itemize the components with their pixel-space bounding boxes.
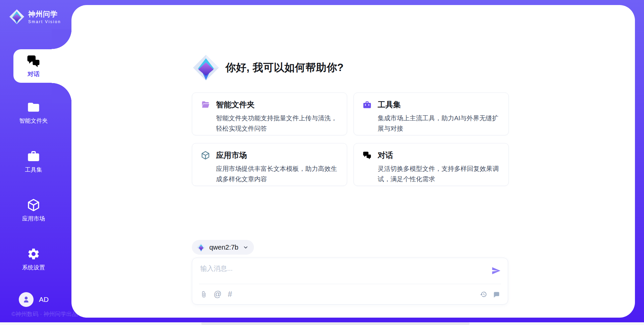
card-smart-folder[interactable]: 智能文件夹 智能文件夹功能支持批量文件上传与清洗，轻松实现文件问答 [192,92,347,135]
sidebar-item-label: 工具集 [25,166,42,174]
sidebar-item-smart-folder[interactable]: 智能文件夹 [0,101,67,125]
chevron-down-icon [243,245,249,250]
avatar [19,292,34,307]
model-name: qwen2:7b [209,244,238,251]
paperclip-icon [200,291,207,298]
hero-logo-icon [192,54,220,82]
toolbox-icon [27,149,40,163]
cube-icon [27,198,40,212]
user-icon [22,295,31,304]
app-title: 神州问学 [28,9,61,19]
mention-button[interactable]: @ [214,290,221,298]
main-panel: 你好, 我可以如何帮助你? 智能文件夹 智能文件夹功能支持批量文件上传与清洗，轻… [71,5,635,318]
message-input[interactable] [200,264,482,281]
card-app-market[interactable]: 应用市场 应用市场提供丰富长文本模板，助力高效生成多样化文章内容 [192,143,347,186]
chat-icon [363,151,372,160]
gear-icon [27,247,40,261]
card-description: 智能文件夹功能支持批量文件上传与清洗，轻松实现文件问答 [216,113,339,134]
user-profile[interactable]: AD [19,292,49,307]
send-button[interactable] [491,266,501,276]
folder-open-icon [201,100,210,109]
greeting-block: 你好, 我可以如何帮助你? [192,54,344,82]
sidebar-item-label: 对话 [28,70,40,78]
card-toolset[interactable]: 工具集 集成市场上主流工具，助力AI与外界无缝扩展与对接 [354,92,509,135]
model-logo-icon [197,243,206,252]
toolbox-icon [363,100,372,109]
card-title: 工具集 [378,100,401,110]
card-description: 灵活切换多模型文件，支持多样回复效果调试，满足个性化需求 [378,164,500,184]
greeting-text: 你好, 我可以如何帮助你? [225,61,344,75]
feature-cards: 智能文件夹 智能文件夹功能支持批量文件上传与清洗，轻松实现文件问答 工具集 集成… [192,92,509,186]
send-icon [491,266,501,275]
card-title: 应用市场 [216,150,247,160]
scrollbar-thumb[interactable] [201,322,470,325]
user-initials: AD [39,296,49,304]
sidebar-item-label: 智能文件夹 [19,117,48,125]
app-subtitle: Smart Vision [28,19,61,24]
sidebar: 神州问学 Smart Vision 对话 智能文件夹 工具集 应用市场 系统设置 [0,0,71,325]
sidebar-item-label: 系统设置 [22,264,45,271]
topic-button[interactable]: # [228,290,232,298]
new-chat-button[interactable] [493,291,500,298]
at-icon: @ [214,290,221,298]
history-button[interactable] [480,291,487,298]
folder-icon [27,101,40,114]
app-logo[interactable]: 神州问学 Smart Vision [9,9,61,25]
sidebar-item-settings[interactable]: 系统设置 [0,247,67,271]
message-composer: @ # [192,258,508,305]
card-title: 对话 [378,150,393,160]
sidebar-item-label: 应用市场 [22,215,45,222]
brand-diamond-icon [9,9,25,25]
sidebar-item-toolset[interactable]: 工具集 [0,149,67,174]
chat-bubble-icon [493,291,500,298]
sidebar-item-app-market[interactable]: 应用市场 [0,198,67,222]
cube-icon [201,151,210,160]
card-chat[interactable]: 对话 灵活切换多模型文件，支持多样回复效果调试，满足个性化需求 [354,143,509,186]
horizontal-scrollbar[interactable] [0,322,644,325]
copyright-text: ©神州数码 · 神州问学出品 [11,310,78,318]
history-icon [480,291,487,298]
card-title: 智能文件夹 [216,100,255,110]
card-description: 应用市场提供丰富长文本模板，助力高效生成多样化文章内容 [216,164,339,184]
sidebar-item-chat[interactable]: 对话 [13,49,72,83]
model-selector[interactable]: qwen2:7b [192,240,254,255]
attach-file-button[interactable] [200,291,207,298]
chat-icon [26,54,41,68]
hash-icon: # [228,290,232,298]
card-description: 集成市场上主流工具，助力AI与外界无缝扩展与对接 [378,113,500,134]
